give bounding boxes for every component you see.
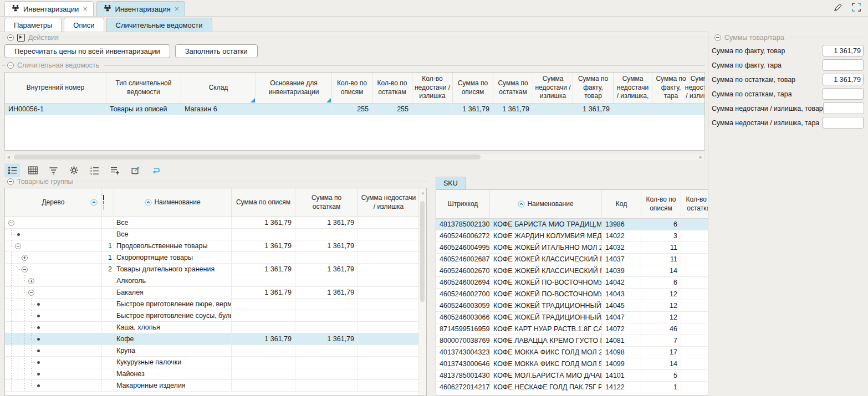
leaf-node-icon[interactable] [35, 315, 42, 317]
column-header[interactable]: Сумма недостачи / излишка, [614, 73, 652, 103]
sort-asc-icon[interactable] [518, 200, 525, 208]
column-header[interactable]: Кол-во по остаткам [372, 73, 412, 103]
tab-inventories[interactable]: Инвентаризации × [4, 1, 94, 16]
collapse-group-icon[interactable] [7, 62, 14, 69]
column-header[interactable]: Сумма по факту, товар [573, 73, 614, 103]
column-header-name[interactable]: Наименование [114, 188, 232, 217]
collapse-group-icon[interactable] [714, 34, 721, 41]
leaf-node-icon[interactable] [35, 338, 42, 341]
scroll-left-icon[interactable] [7, 156, 10, 159]
collapse-node-icon[interactable] [22, 266, 28, 272]
column-header[interactable]: Кол-во недостачи / излишка [412, 73, 453, 103]
tree-row-sum [358, 368, 419, 379]
tree-row[interactable]: 1Скоропортящие товары [5, 252, 426, 264]
tree-row[interactable]: 2Товары длительного хранения1 361,791 36… [5, 264, 426, 275]
tree-row[interactable]: 1Продовольственные товары1 361,791 361,7… [5, 240, 426, 252]
close-icon[interactable]: × [83, 6, 87, 12]
ost-tovar-input[interactable] [823, 74, 864, 85]
tree-row[interactable]: Кофе1 361,791 361,79 [5, 333, 426, 345]
table-cell: 4605246003066 [436, 312, 490, 323]
column-header[interactable]: Сумма по описям [453, 73, 493, 103]
grid-view-icon[interactable] [25, 163, 40, 177]
column-header-sum-ost[interactable]: Сумма по остаткам [295, 188, 358, 217]
tree-row[interactable]: Кукурузные палочки [5, 357, 426, 368]
tab-inventory-active[interactable]: Инвентаризация × [96, 1, 185, 16]
collapse-node-icon[interactable] [28, 290, 34, 296]
fact-tara-input[interactable] [823, 59, 864, 71]
column-header[interactable]: Сумма по остаткам [493, 73, 533, 103]
leaf-node-icon[interactable] [35, 384, 42, 387]
tree-row[interactable]: Крупа [5, 345, 426, 357]
scroll-right-icon[interactable] [699, 156, 702, 159]
expand-node-icon[interactable] [22, 255, 28, 261]
tree-row[interactable]: Все1 361,791 361,79 [5, 217, 426, 229]
subtab-comparison-statements[interactable]: Сличительные ведомости [106, 18, 212, 32]
run-actions-icon[interactable] [17, 34, 25, 42]
tree-row[interactable]: Каша, хлопья [5, 322, 426, 333]
tree-cell [5, 333, 102, 344]
fact-tovar-input[interactable] [823, 45, 864, 56]
ned-tara-input[interactable] [823, 117, 864, 128]
leaf-node-icon[interactable] [35, 303, 42, 306]
vertical-scrollbar[interactable] [418, 189, 426, 395]
tree-row-sum [295, 380, 358, 391]
column-header[interactable]: Внутренний номер [5, 73, 106, 103]
settings-gear-icon[interactable] [66, 163, 81, 177]
subtab-opisi[interactable]: Описи [64, 18, 104, 32]
recalc-prices-button[interactable]: Пересчитать цены по всей инвентаризации [4, 44, 170, 58]
tree-row[interactable]: Бакалея1 361,791 361,79 [5, 287, 426, 299]
column-header[interactable]: Основание для инвентаризации [256, 73, 332, 103]
leaf-node-icon[interactable] [35, 361, 42, 364]
collapse-node-icon[interactable] [8, 220, 14, 226]
sort-asc-icon[interactable] [90, 199, 98, 206]
leaf-node-icon[interactable] [35, 373, 42, 376]
tab-sku[interactable]: SKU [436, 177, 466, 189]
table-row[interactable]: ИН00056-1Товары из описейМагазин 6255255… [5, 104, 704, 115]
tree-row[interactable]: Быстрое приготовление пюре, вермиш [5, 299, 426, 310]
column-header-sum-ned[interactable]: Сумма недостачи / излишка [358, 188, 419, 217]
table-cell: 4605246002700 [436, 289, 490, 300]
list-view-icon[interactable] [4, 163, 20, 177]
column-header[interactable]: Наименование [490, 190, 602, 218]
tree-row[interactable]: Алкоголь [5, 275, 426, 287]
column-header[interactable]: Склад [181, 73, 256, 103]
collapse-group-icon[interactable] [7, 34, 14, 41]
horizontal-scrollbar[interactable] [4, 153, 705, 161]
column-header[interactable]: Штрихкод [436, 190, 490, 218]
column-header[interactable]: Кол-во по описям [641, 190, 681, 218]
column-header[interactable]: Сумма недостачи / излишка [533, 73, 573, 103]
tree-row[interactable]: Быстрое приготовление соусы, бульон [5, 310, 426, 322]
scrollbar-thumb[interactable] [420, 201, 425, 302]
ned-tovar-input[interactable] [823, 102, 864, 114]
tree-row[interactable]: Макаронные изделия [5, 380, 426, 392]
column-header[interactable]: Сумма недостачи / излишка [690, 73, 705, 103]
numbered-list-icon[interactable]: 123 [86, 163, 102, 177]
scrollbar-thumb[interactable] [14, 155, 481, 160]
close-icon[interactable]: × [175, 6, 179, 12]
reload-icon[interactable] [148, 163, 164, 177]
collapse-node-icon[interactable] [15, 243, 21, 249]
column-header-number[interactable] [102, 188, 114, 217]
column-header[interactable]: Кол-во по описям [332, 73, 372, 103]
fill-balances-button[interactable]: Заполнить остатки [175, 44, 258, 58]
tree-row[interactable]: Все [5, 229, 426, 240]
sort-asc-icon[interactable] [145, 199, 152, 206]
edit-pencil-icon[interactable] [833, 2, 844, 14]
leaf-node-icon[interactable] [15, 233, 22, 236]
column-header[interactable]: Тип сличительной ведомости [106, 73, 181, 103]
collapse-group-icon[interactable] [7, 178, 14, 185]
column-header-sum-opis[interactable]: Сумма по описям [232, 188, 295, 217]
add-list-icon[interactable] [107, 163, 122, 177]
tree-row[interactable]: Майонез [5, 368, 426, 380]
leaf-node-icon[interactable] [35, 349, 42, 352]
expand-node-icon[interactable] [28, 278, 34, 284]
column-header-tree[interactable]: Дерево [5, 188, 102, 217]
fullscreen-icon[interactable] [851, 2, 861, 14]
open-external-icon[interactable] [127, 163, 143, 177]
subtab-parameters[interactable]: Параметры [4, 18, 62, 32]
leaf-node-icon[interactable] [35, 326, 42, 329]
ost-tara-input[interactable] [823, 88, 864, 100]
column-header[interactable]: Код [602, 190, 641, 218]
filter-icon[interactable] [45, 163, 61, 177]
scroll-up-icon[interactable] [421, 192, 425, 194]
